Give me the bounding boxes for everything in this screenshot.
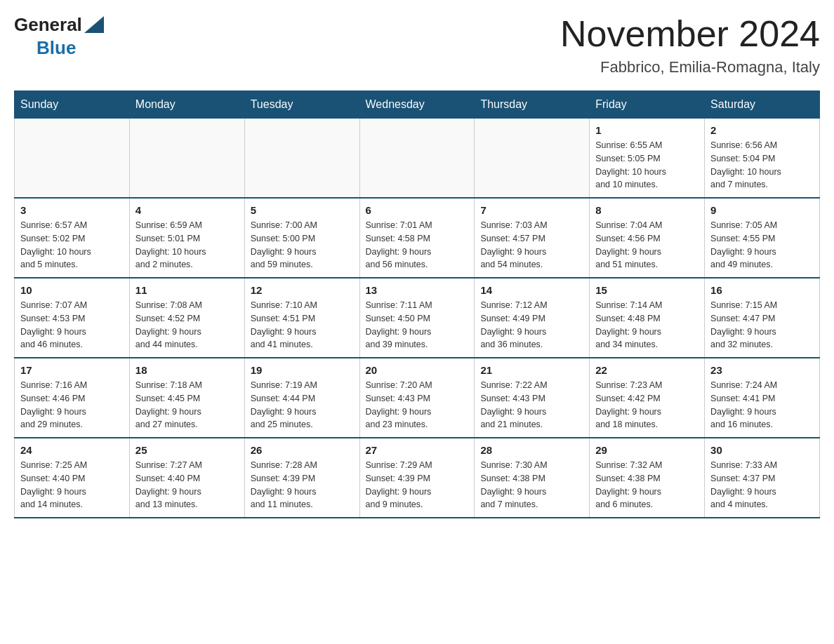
table-row: 5Sunrise: 7:00 AMSunset: 5:00 PMDaylight…	[244, 198, 359, 278]
table-row: 18Sunrise: 7:18 AMSunset: 4:45 PMDayligh…	[129, 358, 244, 438]
day-info: Sunrise: 7:00 AMSunset: 5:00 PMDaylight:…	[251, 219, 354, 271]
col-friday: Friday	[590, 91, 705, 119]
day-number: 24	[20, 444, 124, 456]
table-row: 27Sunrise: 7:29 AMSunset: 4:39 PMDayligh…	[359, 438, 475, 518]
day-number: 17	[20, 364, 124, 376]
month-title: November 2024	[560, 14, 820, 54]
calendar-table: Sunday Monday Tuesday Wednesday Thursday…	[14, 90, 820, 518]
day-info: Sunrise: 7:22 AMSunset: 4:43 PMDaylight:…	[480, 379, 583, 431]
day-number: 26	[251, 444, 354, 456]
table-row	[129, 119, 244, 199]
logo-triangle-icon	[84, 16, 104, 33]
day-number: 27	[366, 444, 469, 456]
table-row: 22Sunrise: 7:23 AMSunset: 4:42 PMDayligh…	[590, 358, 705, 438]
day-number: 18	[135, 364, 239, 376]
col-wednesday: Wednesday	[359, 91, 475, 119]
col-tuesday: Tuesday	[244, 91, 359, 119]
day-info: Sunrise: 7:24 AMSunset: 4:41 PMDaylight:…	[710, 379, 814, 431]
day-info: Sunrise: 7:11 AMSunset: 4:50 PMDaylight:…	[366, 299, 469, 351]
day-info: Sunrise: 7:10 AMSunset: 4:51 PMDaylight:…	[251, 299, 354, 351]
table-row: 13Sunrise: 7:11 AMSunset: 4:50 PMDayligh…	[359, 278, 475, 358]
day-info: Sunrise: 7:03 AMSunset: 4:57 PMDaylight:…	[480, 219, 583, 271]
day-info: Sunrise: 7:27 AMSunset: 4:40 PMDaylight:…	[135, 459, 239, 511]
svg-marker-0	[84, 16, 104, 33]
day-info: Sunrise: 6:59 AMSunset: 5:01 PMDaylight:…	[135, 219, 239, 271]
day-number: 10	[20, 284, 124, 296]
day-info: Sunrise: 7:07 AMSunset: 4:53 PMDaylight:…	[20, 299, 124, 351]
table-row: 17Sunrise: 7:16 AMSunset: 4:46 PMDayligh…	[15, 358, 130, 438]
col-saturday: Saturday	[705, 91, 820, 119]
day-number: 6	[366, 204, 469, 216]
col-monday: Monday	[129, 91, 244, 119]
header: General Blue November 2024 Fabbrico, Emi…	[14, 14, 820, 76]
day-info: Sunrise: 7:33 AMSunset: 4:37 PMDaylight:…	[710, 459, 814, 511]
day-number: 15	[595, 284, 699, 296]
calendar-week-row: 1Sunrise: 6:55 AMSunset: 5:05 PMDaylight…	[15, 119, 820, 199]
day-number: 30	[710, 444, 814, 456]
table-row: 15Sunrise: 7:14 AMSunset: 4:48 PMDayligh…	[590, 278, 705, 358]
day-info: Sunrise: 7:14 AMSunset: 4:48 PMDaylight:…	[595, 299, 699, 351]
day-info: Sunrise: 7:19 AMSunset: 4:44 PMDaylight:…	[251, 379, 354, 431]
table-row	[15, 119, 130, 199]
day-number: 22	[595, 364, 699, 376]
table-row: 12Sunrise: 7:10 AMSunset: 4:51 PMDayligh…	[244, 278, 359, 358]
day-number: 3	[20, 204, 124, 216]
table-row: 30Sunrise: 7:33 AMSunset: 4:37 PMDayligh…	[705, 438, 820, 518]
table-row: 20Sunrise: 7:20 AMSunset: 4:43 PMDayligh…	[359, 358, 475, 438]
table-row: 25Sunrise: 7:27 AMSunset: 4:40 PMDayligh…	[129, 438, 244, 518]
day-info: Sunrise: 7:30 AMSunset: 4:38 PMDaylight:…	[480, 459, 583, 511]
table-row: 8Sunrise: 7:04 AMSunset: 4:56 PMDaylight…	[590, 198, 705, 278]
calendar-week-row: 24Sunrise: 7:25 AMSunset: 4:40 PMDayligh…	[15, 438, 820, 518]
day-number: 19	[251, 364, 354, 376]
day-info: Sunrise: 7:20 AMSunset: 4:43 PMDaylight:…	[366, 379, 469, 431]
table-row: 19Sunrise: 7:19 AMSunset: 4:44 PMDayligh…	[244, 358, 359, 438]
day-number: 12	[251, 284, 354, 296]
col-sunday: Sunday	[15, 91, 130, 119]
table-row: 6Sunrise: 7:01 AMSunset: 4:58 PMDaylight…	[359, 198, 475, 278]
table-row: 10Sunrise: 7:07 AMSunset: 4:53 PMDayligh…	[15, 278, 130, 358]
day-number: 23	[710, 364, 814, 376]
calendar-week-row: 3Sunrise: 6:57 AMSunset: 5:02 PMDaylight…	[15, 198, 820, 278]
table-row	[244, 119, 359, 199]
location-subtitle: Fabbrico, Emilia-Romagna, Italy	[560, 58, 820, 76]
logo-blue-text: Blue	[37, 37, 76, 59]
calendar-header-row: Sunday Monday Tuesday Wednesday Thursday…	[15, 91, 820, 119]
day-number: 11	[135, 284, 239, 296]
logo-general-text: General	[14, 14, 82, 36]
day-info: Sunrise: 7:16 AMSunset: 4:46 PMDaylight:…	[20, 379, 124, 431]
day-number: 16	[710, 284, 814, 296]
calendar-week-row: 10Sunrise: 7:07 AMSunset: 4:53 PMDayligh…	[15, 278, 820, 358]
day-number: 7	[480, 204, 583, 216]
table-row: 16Sunrise: 7:15 AMSunset: 4:47 PMDayligh…	[705, 278, 820, 358]
day-info: Sunrise: 6:57 AMSunset: 5:02 PMDaylight:…	[20, 219, 124, 271]
day-number: 29	[595, 444, 699, 456]
day-info: Sunrise: 7:15 AMSunset: 4:47 PMDaylight:…	[710, 299, 814, 351]
day-info: Sunrise: 7:05 AMSunset: 4:55 PMDaylight:…	[710, 219, 814, 271]
table-row: 29Sunrise: 7:32 AMSunset: 4:38 PMDayligh…	[590, 438, 705, 518]
day-info: Sunrise: 7:28 AMSunset: 4:39 PMDaylight:…	[251, 459, 354, 511]
table-row: 2Sunrise: 6:56 AMSunset: 5:04 PMDaylight…	[705, 119, 820, 199]
day-number: 13	[366, 284, 469, 296]
day-info: Sunrise: 7:01 AMSunset: 4:58 PMDaylight:…	[366, 219, 469, 271]
day-info: Sunrise: 7:25 AMSunset: 4:40 PMDaylight:…	[20, 459, 124, 511]
table-row: 24Sunrise: 7:25 AMSunset: 4:40 PMDayligh…	[15, 438, 130, 518]
table-row: 4Sunrise: 6:59 AMSunset: 5:01 PMDaylight…	[129, 198, 244, 278]
day-number: 25	[135, 444, 239, 456]
table-row: 1Sunrise: 6:55 AMSunset: 5:05 PMDaylight…	[590, 119, 705, 199]
logo: General Blue	[14, 14, 104, 59]
day-info: Sunrise: 7:23 AMSunset: 4:42 PMDaylight:…	[595, 379, 699, 431]
day-info: Sunrise: 7:18 AMSunset: 4:45 PMDaylight:…	[135, 379, 239, 431]
table-row: 3Sunrise: 6:57 AMSunset: 5:02 PMDaylight…	[15, 198, 130, 278]
day-number: 20	[366, 364, 469, 376]
day-info: Sunrise: 7:29 AMSunset: 4:39 PMDaylight:…	[366, 459, 469, 511]
day-info: Sunrise: 6:56 AMSunset: 5:04 PMDaylight:…	[710, 139, 814, 192]
day-number: 21	[480, 364, 583, 376]
table-row: 23Sunrise: 7:24 AMSunset: 4:41 PMDayligh…	[705, 358, 820, 438]
day-info: Sunrise: 7:12 AMSunset: 4:49 PMDaylight:…	[480, 299, 583, 351]
day-number: 5	[251, 204, 354, 216]
day-number: 14	[480, 284, 583, 296]
table-row: 7Sunrise: 7:03 AMSunset: 4:57 PMDaylight…	[475, 198, 590, 278]
day-number: 1	[595, 124, 699, 136]
day-number: 28	[480, 444, 583, 456]
day-number: 2	[710, 124, 814, 136]
